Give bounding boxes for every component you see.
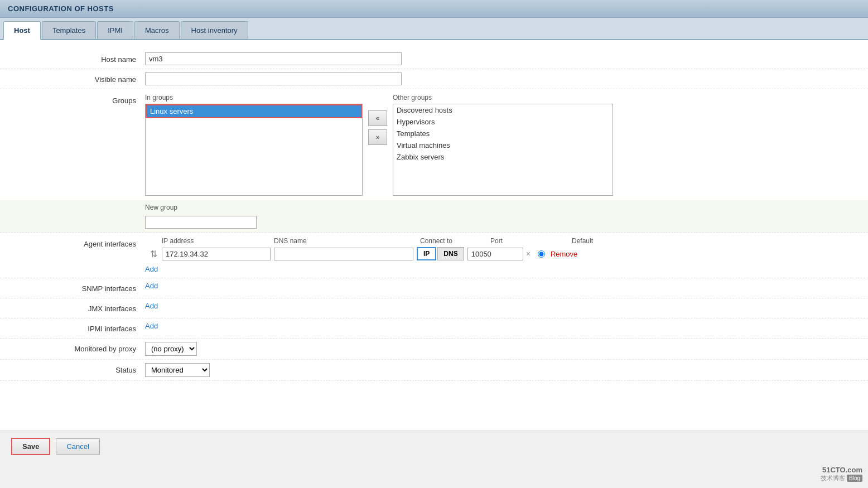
groups-label: Groups <box>11 94 145 105</box>
transfer-buttons: « » <box>368 94 387 145</box>
other-group-item-virtual[interactable]: Virtual machines <box>393 139 613 151</box>
host-name-input[interactable] <box>145 52 402 65</box>
tab-macros[interactable]: Macros <box>134 21 180 39</box>
monitored-by-proxy-row: Monitored by proxy (no proxy) <box>0 339 868 360</box>
title-text: CONFIGURATION OF HOSTS <box>8 4 114 13</box>
status-label: Status <box>11 363 145 374</box>
visible-name-row: Visible name <box>0 69 868 89</box>
jmx-add-link[interactable]: Add <box>145 302 158 310</box>
host-name-field <box>145 52 857 65</box>
ipmi-interfaces-label: IPMI interfaces <box>11 322 145 333</box>
remove-link[interactable]: Remove <box>551 250 577 258</box>
other-group-item-discovered[interactable]: Discovered hosts <box>393 104 613 116</box>
dns-name-input[interactable] <box>274 248 413 260</box>
new-group-label-spacer <box>11 204 145 206</box>
ip-address-input[interactable] <box>162 248 271 260</box>
connect-to-buttons: IP DNS <box>417 247 464 260</box>
snmp-interfaces-label: SNMP interfaces <box>11 282 145 293</box>
tab-host-inventory[interactable]: Host inventory <box>181 21 248 39</box>
in-groups-label: In groups <box>145 94 363 102</box>
transfer-left-button[interactable]: « <box>368 110 387 126</box>
move-icon[interactable]: ⇅ <box>145 249 162 259</box>
tabs-container: Host Templates IPMI Macros Host inventor… <box>0 18 868 40</box>
other-groups-label: Other groups <box>393 94 613 102</box>
snmp-add-link[interactable]: Add <box>145 282 158 290</box>
footer: Save Cancel <box>0 431 868 462</box>
in-groups-listbox[interactable]: Linux servers <box>145 104 363 196</box>
other-group-item-hypervisors[interactable]: Hypervisors <box>393 116 613 128</box>
port-container: × <box>467 248 532 260</box>
host-name-label: Host name <box>11 52 145 64</box>
title-bar: CONFIGURATION OF HOSTS <box>0 0 868 18</box>
status-field: Monitored Not monitored <box>145 363 857 377</box>
other-group-item-templates[interactable]: Templates <box>393 128 613 139</box>
new-group-row: New group <box>0 200 868 233</box>
ipmi-add-link[interactable]: Add <box>145 322 158 330</box>
new-group-label: New group <box>145 204 257 211</box>
default-radio[interactable] <box>538 250 545 258</box>
jmx-interfaces-field: Add <box>145 302 857 310</box>
agent-interfaces-row: Agent interfaces IP address DNS name Con… <box>0 233 868 278</box>
other-groups-section: Other groups Discovered hosts Hypervisor… <box>393 94 613 196</box>
visible-name-field <box>145 73 857 85</box>
ipmi-interfaces-row: IPMI interfaces Add <box>0 318 868 339</box>
ipmi-interfaces-field: Add <box>145 322 857 330</box>
proxy-select[interactable]: (no proxy) <box>145 342 197 356</box>
snmp-interfaces-field: Add <box>145 282 857 290</box>
interface-headers: IP address DNS name Connect to Port Defa… <box>162 237 616 245</box>
groups-field: In groups Linux servers « » Other groups… <box>145 94 857 196</box>
agent-add-link[interactable]: Add <box>145 265 616 273</box>
port-clear-button[interactable]: × <box>524 249 532 258</box>
col-ip-header: IP address <box>162 237 271 245</box>
in-group-item-linux[interactable]: Linux servers <box>146 104 362 118</box>
monitored-by-proxy-field: (no proxy) <box>145 342 857 356</box>
main-content: Host name Visible name Groups In groups … <box>0 40 868 431</box>
new-group-field: New group <box>145 204 857 229</box>
monitored-by-proxy-label: Monitored by proxy <box>11 342 145 353</box>
transfer-right-button[interactable]: » <box>368 129 387 145</box>
visible-name-input[interactable] <box>145 73 402 85</box>
connect-dns-button[interactable]: DNS <box>437 247 464 260</box>
status-select[interactable]: Monitored Not monitored <box>145 363 210 377</box>
connect-ip-button[interactable]: IP <box>417 247 436 260</box>
other-groups-listbox[interactable]: Discovered hosts Hypervisors Templates V… <box>393 104 613 196</box>
jmx-interfaces-label: JMX interfaces <box>11 302 145 313</box>
groups-container: In groups Linux servers « » Other groups… <box>145 94 613 196</box>
col-port-header: Port <box>490 237 568 245</box>
cancel-button[interactable]: Cancel <box>56 438 99 455</box>
snmp-interfaces-row: SNMP interfaces Add <box>0 278 868 298</box>
tab-host[interactable]: Host <box>3 21 41 40</box>
status-row: Status Monitored Not monitored <box>0 360 868 381</box>
col-default-header: Default <box>572 237 616 245</box>
col-connect-header: Connect to <box>420 237 487 245</box>
jmx-interfaces-row: JMX interfaces Add <box>0 298 868 318</box>
save-button[interactable]: Save <box>11 438 50 455</box>
in-groups-section: In groups Linux servers <box>145 94 363 196</box>
port-input[interactable] <box>467 248 523 260</box>
visible-name-label: Visible name <box>11 73 145 84</box>
col-dns-header: DNS name <box>274 237 417 245</box>
tab-templates[interactable]: Templates <box>42 21 96 39</box>
agent-interface-row-1: ⇅ IP DNS × Remove <box>145 247 616 260</box>
new-group-input[interactable] <box>145 216 257 229</box>
agent-interfaces-field: IP address DNS name Connect to Port Defa… <box>145 237 857 273</box>
other-group-item-zabbix[interactable]: Zabbix servers <box>393 151 613 163</box>
tab-ipmi[interactable]: IPMI <box>97 21 133 39</box>
groups-row: Groups In groups Linux servers « » Other… <box>0 89 868 200</box>
host-name-row: Host name <box>0 49 868 69</box>
agent-interfaces-label: Agent interfaces <box>11 237 145 248</box>
